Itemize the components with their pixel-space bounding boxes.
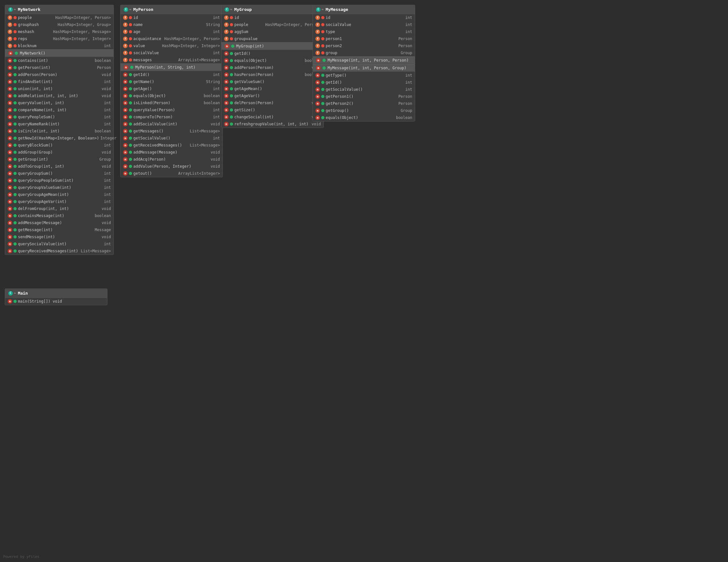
method-icon: m <box>8 58 12 63</box>
field-icon: f <box>315 22 320 27</box>
method-icon: m <box>8 192 12 197</box>
method-sendmessage: m sendMessage(int) void <box>5 233 113 240</box>
access-icon <box>230 73 233 76</box>
method-getid-m: m getId() int <box>313 79 415 86</box>
field-icon: f <box>8 15 12 20</box>
access-icon <box>13 130 17 133</box>
access-icon <box>13 158 17 161</box>
access-dot <box>15 52 18 55</box>
method-comparename: m compareName(int, int) int <box>5 106 113 113</box>
access-icon <box>13 87 17 90</box>
method-icon: m <box>8 185 12 190</box>
access-icon <box>230 66 233 69</box>
method-icon: m <box>123 108 128 112</box>
myperson-constructor-section: m MyPerson(int, String, int) <box>121 63 222 71</box>
access-icon <box>129 101 132 105</box>
field-value: f value HashMap<Integer, Integer> <box>121 42 222 49</box>
access-icon <box>321 30 324 33</box>
method-icon: m <box>8 206 12 211</box>
method-getperson1: m getPerson1() Person <box>313 93 415 100</box>
method-getout: m getout() ArrayList<Integer> <box>121 170 222 177</box>
access-icon <box>129 44 132 47</box>
access-icon <box>13 300 17 303</box>
method-icon: m <box>8 299 12 304</box>
method-icon: m <box>8 143 12 147</box>
method-getnewid: m getNewId(HashMap<Integer, Boolean>) In… <box>5 135 113 142</box>
method-addrelation: m addRelation(int, int, int) void <box>5 92 113 99</box>
method-iscircle: m isCircle(int, int) boolean <box>5 128 113 135</box>
field-icon: f <box>224 37 229 41</box>
mygroup-header: C ≈ MyGroup <box>222 5 323 14</box>
access-icon <box>13 228 17 231</box>
access-icon <box>230 30 233 33</box>
access-dot <box>322 59 326 62</box>
method-equals: m equals(Object) boolean <box>121 92 222 99</box>
method-delperson: m delPerson(Person) void <box>222 99 323 106</box>
field-type-m: f type int <box>313 28 415 35</box>
access-icon <box>129 165 132 168</box>
field-person1: f person1 Person <box>313 35 415 42</box>
access-icon <box>230 52 233 55</box>
method-icon: m <box>8 249 12 253</box>
access-icon <box>321 51 324 55</box>
method-icon: m <box>224 51 229 56</box>
method-addgroup: m addGroup(Group) void <box>5 149 113 156</box>
myperson-card: C ≈ MyPerson f id int f name String f ag… <box>120 5 223 177</box>
access-icon <box>129 151 132 154</box>
field-grouphash: f grouphash HashMap<Integer, Group> <box>5 21 113 28</box>
method-islinked: m isLinked(Person) boolean <box>121 99 222 106</box>
mymessage-title: MyMessage <box>326 7 348 12</box>
access-icon <box>129 58 132 62</box>
access-icon <box>230 23 233 26</box>
access-icon <box>129 137 132 140</box>
field-icon: f <box>315 44 320 48</box>
method-icon: m <box>123 164 128 169</box>
method-hasperson: m hasPerson(Person) boolean <box>222 71 323 78</box>
access-dot <box>322 66 326 70</box>
method-getname: m getName() String <box>121 78 222 85</box>
access-icon <box>230 80 233 83</box>
method-getage: m getAge() int <box>121 85 222 92</box>
method-icon: m <box>8 108 12 112</box>
field-acquaintance: f acquaintance HashMap<Integer, Person> <box>121 35 222 42</box>
field-age: f age int <box>121 28 222 35</box>
method-getreceivedmessages: m getReceivedMessages() List<Message> <box>121 142 222 149</box>
method-icon: m <box>8 214 12 218</box>
constructor-section: m MyNetwork() <box>5 49 113 57</box>
main-card: C ≈ Main m main(String[]) void <box>5 289 107 305</box>
method-icon: m <box>224 72 229 77</box>
field-blocknum: f blocknum int <box>5 42 113 49</box>
method-icon: m <box>8 129 12 133</box>
method-icon: m <box>8 221 12 225</box>
method-refreshgroupvalue: m refreshgroupValue(int, int, int) void <box>222 121 323 128</box>
method-icon: m <box>8 72 12 77</box>
access-icon <box>13 221 17 224</box>
access-icon <box>13 101 17 105</box>
access-icon <box>321 37 324 40</box>
access-icon <box>129 144 132 147</box>
access-icon <box>230 115 233 119</box>
access-icon <box>13 214 17 217</box>
access-icon <box>321 109 324 112</box>
field-icon: f <box>315 51 320 55</box>
access-icon <box>129 108 132 112</box>
method-equals-g: m equals(Object) boolean <box>222 57 323 64</box>
access-icon <box>129 30 132 33</box>
field-icon: f <box>315 15 320 20</box>
access-icon <box>321 44 324 47</box>
method-icon: m <box>224 65 229 70</box>
method-icon: m <box>8 157 12 162</box>
method-icon: m <box>8 235 12 239</box>
method-icon: m <box>8 94 12 98</box>
method-icon: m <box>8 199 12 204</box>
access-icon <box>230 108 233 112</box>
field-icon: f <box>123 37 128 41</box>
constructor-section-icon: m <box>8 51 13 55</box>
method-addvalue: m addValue(Person, Integer) void <box>121 163 222 170</box>
access-icon <box>13 16 17 19</box>
field-icon: f <box>224 29 229 34</box>
method-queryvalue-person: m queryValue(Person) int <box>121 106 222 113</box>
access-icon <box>13 151 17 154</box>
access-icon <box>13 23 17 26</box>
access-icon <box>129 87 132 90</box>
